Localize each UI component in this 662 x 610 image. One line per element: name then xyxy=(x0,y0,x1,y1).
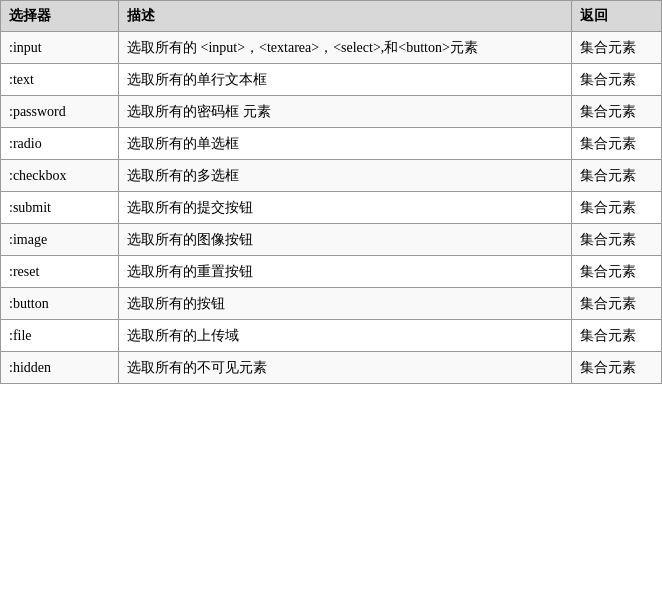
cell-return: 集合元素 xyxy=(572,64,662,96)
header-return: 返回 xyxy=(572,1,662,32)
cell-selector: :text xyxy=(1,64,119,96)
table-row: :submit选取所有的提交按钮集合元素 xyxy=(1,192,662,224)
table-row: :hidden选取所有的不可见元素集合元素 xyxy=(1,352,662,384)
cell-description: 选取所有的按钮 xyxy=(119,288,572,320)
cell-selector: :input xyxy=(1,32,119,64)
cell-selector: :button xyxy=(1,288,119,320)
cell-return: 集合元素 xyxy=(572,224,662,256)
table-row: :input选取所有的 <input>，<textarea>，<select>,… xyxy=(1,32,662,64)
cell-description: 选取所有的多选框 xyxy=(119,160,572,192)
table-row: :reset选取所有的重置按钮集合元素 xyxy=(1,256,662,288)
table-row: :button选取所有的按钮集合元素 xyxy=(1,288,662,320)
cell-return: 集合元素 xyxy=(572,192,662,224)
cell-description: 选取所有的密码框 元素 xyxy=(119,96,572,128)
cell-selector: :hidden xyxy=(1,352,119,384)
table-row: :radio选取所有的单选框集合元素 xyxy=(1,128,662,160)
cell-selector: :checkbox xyxy=(1,160,119,192)
cell-return: 集合元素 xyxy=(572,160,662,192)
cell-description: 选取所有的图像按钮 xyxy=(119,224,572,256)
cell-description: 选取所有的单选框 xyxy=(119,128,572,160)
cell-description: 选取所有的上传域 xyxy=(119,320,572,352)
cell-selector: :image xyxy=(1,224,119,256)
selector-table: 选择器 描述 返回 :input选取所有的 <input>，<textarea>… xyxy=(0,0,662,384)
cell-return: 集合元素 xyxy=(572,256,662,288)
cell-selector: :password xyxy=(1,96,119,128)
table-header-row: 选择器 描述 返回 xyxy=(1,1,662,32)
cell-description: 选取所有的不可见元素 xyxy=(119,352,572,384)
header-selector: 选择器 xyxy=(1,1,119,32)
cell-selector: :submit xyxy=(1,192,119,224)
cell-return: 集合元素 xyxy=(572,352,662,384)
table-row: :checkbox选取所有的多选框集合元素 xyxy=(1,160,662,192)
cell-selector: :file xyxy=(1,320,119,352)
cell-selector: :reset xyxy=(1,256,119,288)
cell-return: 集合元素 xyxy=(572,288,662,320)
header-description: 描述 xyxy=(119,1,572,32)
cell-selector: :radio xyxy=(1,128,119,160)
cell-description: 选取所有的提交按钮 xyxy=(119,192,572,224)
table-row: :text选取所有的单行文本框集合元素 xyxy=(1,64,662,96)
cell-return: 集合元素 xyxy=(572,128,662,160)
cell-description: 选取所有的单行文本框 xyxy=(119,64,572,96)
cell-return: 集合元素 xyxy=(572,320,662,352)
table-row: :file选取所有的上传域集合元素 xyxy=(1,320,662,352)
cell-return: 集合元素 xyxy=(572,96,662,128)
table-row: :password选取所有的密码框 元素集合元素 xyxy=(1,96,662,128)
cell-return: 集合元素 xyxy=(572,32,662,64)
cell-description: 选取所有的 <input>，<textarea>，<select>,和<butt… xyxy=(119,32,572,64)
table-row: :image选取所有的图像按钮集合元素 xyxy=(1,224,662,256)
cell-description: 选取所有的重置按钮 xyxy=(119,256,572,288)
